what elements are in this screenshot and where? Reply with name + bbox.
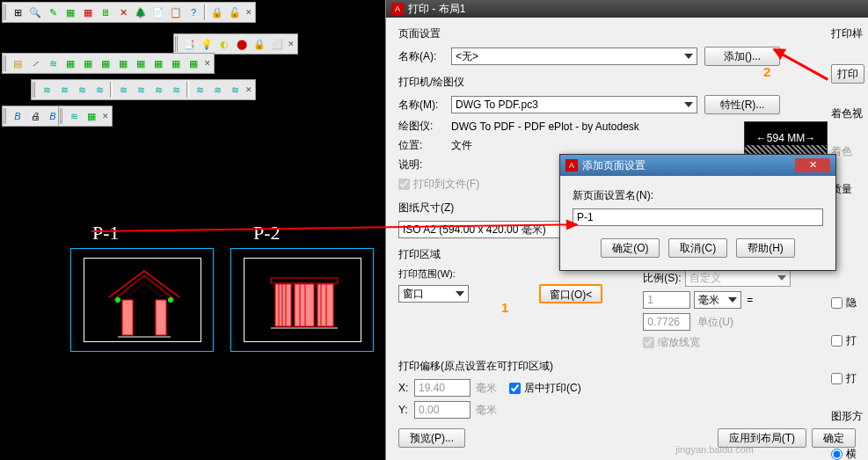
print-icon[interactable]: 🖨 [26, 107, 44, 125]
tool-icon[interactable]: ≋ [44, 55, 62, 72]
offset-y-input [414, 401, 470, 419]
toolbar-6: ≋ ▦ ✕ [58, 106, 113, 127]
opt-checkbox[interactable] [831, 335, 842, 347]
window-button[interactable]: 窗口(O)< [539, 284, 602, 303]
tool-icon[interactable]: ▦ [83, 107, 100, 125]
grip-icon[interactable] [60, 108, 62, 124]
label: 比例(S): [643, 271, 681, 286]
label: 居中打印(C) [524, 381, 581, 396]
grip-icon[interactable] [4, 4, 6, 20]
tool-icon[interactable]: ✕ [114, 4, 132, 21]
tool-icon[interactable]: ≋ [91, 81, 108, 99]
separator [204, 4, 207, 20]
tool-icon[interactable]: ≋ [65, 107, 83, 125]
opt-checkbox[interactable] [831, 297, 842, 309]
tool-icon[interactable]: ≋ [208, 81, 226, 99]
close-icon[interactable]: ✕ [245, 85, 254, 94]
close-button[interactable]: ✕ [795, 158, 830, 172]
tool-icon[interactable]: ⟋ [26, 55, 44, 72]
viewport-2[interactable] [230, 248, 374, 352]
color-icon[interactable]: ⬜ [268, 35, 286, 53]
opt-checkbox[interactable] [831, 373, 842, 384]
tool-icon[interactable]: ▦ [185, 55, 202, 72]
paper-preview: ←594 MM→ [744, 121, 828, 155]
tool-icon[interactable]: ≋ [226, 81, 244, 99]
annotation-number-1: 1 [501, 300, 508, 315]
light-icon[interactable]: 💡 [198, 35, 215, 53]
tool-icon[interactable]: B [9, 107, 26, 125]
scale-lineweight-checkbox [643, 337, 654, 348]
lock-icon[interactable]: 🔒 [251, 35, 268, 53]
tool-icon[interactable]: ⬤ [233, 35, 251, 53]
tool-icon[interactable]: ≋ [150, 81, 167, 99]
tool-icon[interactable]: 🗎 [97, 4, 114, 21]
close-icon[interactable]: ✕ [102, 112, 111, 120]
tree-icon[interactable]: 🌲 [132, 4, 150, 21]
toolbar-4: ≋ ≋ ≋ ≋ ≋ ≋ ≋ ≋ ≋ ≋ ≋ ✕ [31, 79, 256, 100]
scale-select: 自定义 [685, 269, 791, 287]
tool-icon[interactable]: ▤ [9, 55, 26, 72]
tool-icon[interactable]: ▦ [62, 4, 79, 21]
tool-icon[interactable]: ≋ [132, 81, 150, 99]
tool-icon[interactable]: ≋ [73, 81, 91, 99]
close-icon[interactable]: ✕ [245, 8, 254, 17]
tool-icon[interactable]: ≋ [38, 81, 55, 99]
dialog-titlebar[interactable]: A 打印 - 布局1 [386, 0, 868, 18]
scale-unit-select[interactable]: 毫米 [694, 291, 741, 309]
tool-icon[interactable]: ▦ [150, 55, 167, 72]
svg-line-1 [127, 282, 144, 297]
tool-icon[interactable]: 📄 [150, 4, 167, 21]
print-style-button[interactable]: 打印 [831, 64, 864, 84]
svg-rect-5 [156, 300, 166, 335]
label: X: [398, 382, 414, 394]
orient-radio[interactable] [831, 449, 842, 460]
tool-icon[interactable]: ▦ [79, 55, 97, 72]
unlock-icon[interactable]: 🔓 [226, 4, 244, 21]
tool-icon[interactable]: ▦ [79, 4, 97, 21]
svg-point-6 [115, 297, 120, 303]
tool-icon[interactable]: ✎ [44, 4, 62, 21]
tool-icon[interactable]: ≋ [167, 81, 185, 99]
label: 名称(A): [398, 49, 451, 64]
viewport-1[interactable] [70, 248, 214, 352]
label: 缩放线宽 [658, 335, 700, 350]
add-button[interactable]: 添加()... [704, 47, 780, 66]
properties-button[interactable]: 特性(R)... [704, 95, 780, 114]
close-icon[interactable]: ✕ [288, 40, 296, 48]
modal-help-button[interactable]: 帮助(H) [736, 238, 795, 258]
tool-icon[interactable]: ▦ [167, 55, 185, 72]
modal-titlebar[interactable]: A 添加页面设置 ✕ [560, 155, 835, 176]
grip-icon[interactable] [4, 55, 6, 71]
tool-icon[interactable]: ▦ [132, 55, 150, 72]
preview-button[interactable]: 预览(P)... [398, 428, 465, 448]
modal-cancel-button[interactable]: 取消(C) [668, 238, 727, 258]
house-drawing-1 [105, 267, 184, 341]
print-range-select[interactable]: 窗口 [398, 285, 469, 303]
lock-icon[interactable]: 🔒 [208, 4, 226, 21]
tool-icon[interactable]: ≋ [55, 81, 73, 99]
app-icon: A [391, 3, 404, 15]
tool-icon[interactable]: 📑 [180, 35, 198, 53]
center-checkbox[interactable] [509, 383, 521, 394]
tool-icon[interactable]: ⊞ [9, 4, 26, 21]
label: 绘图仪: [398, 119, 451, 134]
page-setup-name-input[interactable] [573, 208, 823, 226]
printer-select[interactable]: DWG To PDF.pc3 [451, 96, 697, 113]
tool-icon[interactable]: 📋 [167, 4, 185, 21]
sun-icon[interactable]: ◐ [215, 35, 233, 53]
tool-icon[interactable]: ▦ [114, 55, 132, 72]
modal-ok-button[interactable]: 确定(O) [601, 238, 660, 258]
svg-rect-4 [122, 300, 133, 335]
grip-icon[interactable] [33, 82, 35, 98]
tool-icon[interactable]: ≋ [191, 81, 208, 99]
grip-icon[interactable] [4, 108, 6, 124]
grip-icon[interactable] [175, 36, 178, 52]
drawing-canvas[interactable]: P-1 P-2 [0, 211, 387, 440]
tool-icon[interactable]: ▦ [62, 55, 79, 72]
tool-icon[interactable]: ≋ [114, 81, 132, 99]
page-setup-select[interactable]: <无> [451, 47, 697, 65]
tool-icon[interactable]: ▦ [97, 55, 114, 72]
help-icon[interactable]: ? [185, 4, 202, 21]
zoom-icon[interactable]: 🔍 [26, 4, 44, 21]
close-icon[interactable]: ✕ [204, 59, 213, 68]
